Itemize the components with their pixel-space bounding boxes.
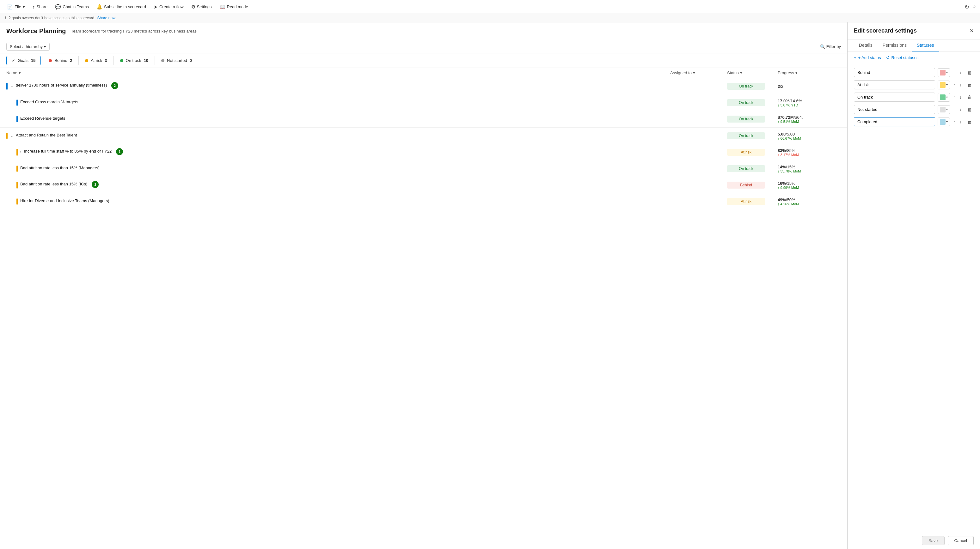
- move-up-behind-button[interactable]: ↑: [953, 70, 957, 76]
- move-down-atrisk-button[interactable]: ↓: [958, 82, 963, 88]
- tab-permissions[interactable]: Permissions: [878, 40, 912, 51]
- status-name-input-ontrack[interactable]: [854, 92, 935, 102]
- progress-cell-2-2: 14%/15% ↑ 35.78% MoM: [778, 165, 841, 173]
- col-status-header[interactable]: Status ▾: [727, 70, 778, 75]
- read-mode-button[interactable]: 📖 Read mode: [216, 3, 251, 11]
- delete-notstarted-button[interactable]: 🗑: [966, 106, 974, 113]
- table-row[interactable]: Exceed Revenue targets On track $70.72M/…: [0, 111, 847, 127]
- stat-notstarted[interactable]: Not started 0: [156, 56, 197, 65]
- progress-cell-2-1: 83%/85% ↓ 3.17% MoM: [778, 148, 841, 157]
- table-row[interactable]: › Increase full time staff % to 85% by e…: [0, 144, 847, 160]
- panel-title: Edit scorecard settings: [854, 27, 917, 34]
- progress-cell-1: 2/2: [778, 84, 841, 89]
- color-picker-atrisk[interactable]: ▾: [938, 81, 950, 89]
- status-item-completed: ▾ ↑ ↓ 🗑: [854, 117, 974, 126]
- sub-goal-name-cell-2-3: Bad attrition rate less than 15% (ICs) 2: [16, 182, 670, 189]
- sub-goal-name-cell-2-4: Hire for Diverse and Inclusive Teams (Ma…: [16, 198, 670, 205]
- color-swatch-yellow: [940, 82, 945, 88]
- move-up-notstarted-button[interactable]: ↑: [953, 106, 957, 113]
- table-row[interactable]: ⌄ deliver 1700 hours of service annually…: [0, 78, 847, 94]
- comment-badge-2-1[interactable]: 1: [116, 148, 123, 155]
- checkmark-icon: ✓: [12, 58, 15, 63]
- move-down-completed-button[interactable]: ↓: [958, 119, 963, 125]
- stat-atrisk[interactable]: At risk 3: [80, 56, 112, 65]
- stat-behind[interactable]: Behind 2: [44, 56, 77, 65]
- col-name-header[interactable]: Name ▾: [6, 70, 670, 75]
- status-list: ▾ ↑ ↓ 🗑 ▾ ↑ ↓ 🗑: [848, 64, 980, 532]
- status-cell-2-3: Behind: [727, 182, 778, 189]
- order-buttons-behind: ↑ ↓: [953, 70, 963, 76]
- select-hierarchy-button[interactable]: Select a hierarchy ▾: [6, 43, 49, 51]
- scorecard-header: Workforce Planning Team scorecard for tr…: [0, 22, 847, 40]
- status-name-input-notstarted[interactable]: [854, 105, 935, 114]
- status-item-ontrack: ▾ ↑ ↓ 🗑: [854, 92, 974, 102]
- color-picker-notstarted[interactable]: ▾: [938, 105, 950, 114]
- move-up-ontrack-button[interactable]: ↑: [953, 94, 957, 100]
- table-row[interactable]: Bad attrition rate less than 15% (Manage…: [0, 160, 847, 177]
- file-button[interactable]: 📄 File ▾: [4, 3, 28, 11]
- create-flow-button[interactable]: ➤ Create a flow: [151, 3, 187, 11]
- delete-ontrack-button[interactable]: 🗑: [966, 94, 974, 100]
- comment-badge-2-3[interactable]: 2: [92, 181, 99, 188]
- star-icon[interactable]: ☆: [972, 3, 976, 10]
- tab-details[interactable]: Details: [854, 40, 878, 51]
- subscribe-scorecard-button[interactable]: 🔔 Subscribe to scorecard: [93, 3, 149, 11]
- refresh-icon[interactable]: ↻: [964, 3, 969, 10]
- delete-behind-button[interactable]: 🗑: [966, 70, 974, 76]
- file-chevron-icon: ▾: [23, 5, 25, 9]
- color-dropdown-arrow: ▾: [946, 71, 948, 74]
- settings-button[interactable]: ⚙ Settings: [188, 3, 215, 11]
- table-row[interactable]: Hire for Diverse and Inclusive Teams (Ma…: [0, 193, 847, 210]
- stats-divider-4: [154, 56, 155, 65]
- delete-atrisk-button[interactable]: 🗑: [966, 82, 974, 88]
- expand-goal-1-button[interactable]: ⌄: [10, 84, 13, 88]
- move-down-notstarted-button[interactable]: ↓: [958, 106, 963, 113]
- subscribe-icon: 🔔: [96, 4, 102, 10]
- share-button[interactable]: ↑ Share: [29, 3, 51, 11]
- stat-ontrack[interactable]: On track 10: [115, 56, 154, 65]
- cancel-button[interactable]: Cancel: [948, 536, 974, 545]
- stat-goals[interactable]: ✓ Goals 15: [6, 56, 41, 65]
- color-picker-completed[interactable]: ▾: [938, 117, 950, 126]
- table-row[interactable]: ⌄ Attract and Retain the Best Talent On …: [0, 128, 847, 144]
- status-name-input-completed[interactable]: [854, 117, 935, 126]
- reset-statuses-button[interactable]: ↺ Reset statuses: [886, 55, 919, 60]
- file-icon: 📄: [7, 4, 13, 10]
- delete-completed-button[interactable]: 🗑: [966, 119, 974, 125]
- color-swatch-lightblue: [940, 119, 945, 125]
- col-assigned-header[interactable]: Assigned to ▾: [670, 70, 727, 75]
- comment-badge-1[interactable]: 2: [111, 82, 118, 89]
- table-row[interactable]: Bad attrition rate less than 15% (ICs) 2…: [0, 177, 847, 193]
- filter-by-button[interactable]: 🔍 Filter by: [820, 44, 841, 49]
- add-status-button[interactable]: + + Add status: [854, 55, 881, 60]
- edit-scorecard-panel: Edit scorecard settings ✕ Details Permis…: [847, 22, 980, 549]
- ontrack-dot-icon: [120, 59, 123, 62]
- expand-subgoal-2-1-button[interactable]: ›: [20, 150, 22, 154]
- color-picker-ontrack[interactable]: ▾: [938, 93, 950, 102]
- alert-bar: ℹ 2 goals owners don't have access to th…: [0, 14, 980, 22]
- reset-icon: ↺: [886, 55, 889, 60]
- color-dropdown-arrow: ▾: [946, 83, 948, 87]
- move-up-completed-button[interactable]: ↑: [953, 119, 957, 125]
- move-up-atrisk-button[interactable]: ↑: [953, 82, 957, 88]
- add-status-icon: +: [854, 55, 856, 60]
- stats-divider-2: [78, 56, 79, 65]
- expand-goal-2-button[interactable]: ⌄: [10, 133, 13, 138]
- panel-close-button[interactable]: ✕: [970, 28, 974, 34]
- move-down-ontrack-button[interactable]: ↓: [958, 94, 963, 100]
- status-name-input-behind[interactable]: [854, 68, 935, 77]
- sub-bar-orange-2-3: [16, 182, 18, 189]
- share-now-link[interactable]: Share now.: [97, 16, 116, 20]
- status-name-input-atrisk[interactable]: [854, 80, 935, 89]
- chat-in-teams-button[interactable]: 💬 Chat in Teams: [52, 3, 92, 11]
- move-down-behind-button[interactable]: ↓: [958, 70, 963, 76]
- status-badge: At risk: [727, 149, 765, 156]
- color-picker-behind[interactable]: ▾: [938, 68, 950, 77]
- status-cell-1-2: On track: [727, 116, 778, 122]
- table-row[interactable]: Exceed Gross margin % targets On track 1…: [0, 94, 847, 111]
- alert-info-icon: ℹ: [5, 16, 6, 20]
- col-progress-header[interactable]: Progress ▾: [778, 70, 841, 75]
- progress-sort-icon: ▾: [795, 70, 798, 75]
- status-badge: At risk: [727, 198, 765, 205]
- tab-statuses[interactable]: Statuses: [912, 40, 939, 51]
